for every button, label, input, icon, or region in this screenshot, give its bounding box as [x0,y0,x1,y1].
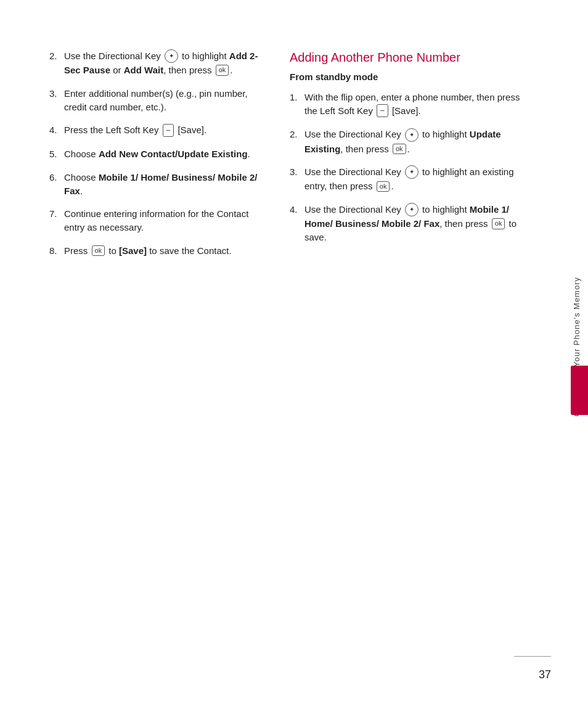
section-title: Adding Another Phone Number [290,49,530,65]
dir-icon: ✦ [165,49,178,63]
dir-icon: ✦ [405,203,419,216]
list-number: 1. [290,91,304,104]
left-column: 2. Use the Directional Key ✦ to highligh… [49,49,290,669]
list-content: Choose Add New Contact/Update Existing. [64,147,250,161]
softkey-icon: – [377,104,388,117]
list-content: Choose Mobile 1/ Home/ Business/ Mobile … [64,171,271,198]
list-number: 2. [290,128,304,141]
list-item: 4. Press the Left Soft Key – [Save]. [49,123,271,138]
list-content: Use the Directional Key ✦ to highlight U… [304,128,530,155]
list-content: Enter additional number(s) (e.g., pin nu… [64,87,271,114]
list-number: 4. [49,123,64,137]
dir-icon: ✦ [405,128,419,142]
list-item: 3. Use the Directional Key ✦ to highligh… [290,165,530,193]
page-number: 37 [539,668,551,681]
list-number: 2. [49,49,64,63]
ok-icon: ok [216,65,229,75]
list-item: 1. With the flip open, enter a phone num… [290,91,530,118]
list-item: 7. Continue entering information for the… [49,207,271,234]
list-item: 6. Choose Mobile 1/ Home/ Business/ Mobi… [49,171,271,198]
list-number: 7. [49,207,64,221]
page-divider [514,656,551,657]
list-content: Press ok to [Save] to save the Contact. [64,244,232,258]
sidebar-tab-bar [571,366,588,415]
subsection-title: From standby mode [290,72,530,82]
list-content: With the flip open, enter a phone number… [304,91,530,118]
ok-icon: ok [393,144,406,154]
page-container: 2. Use the Directional Key ✦ to highligh… [0,0,588,706]
right-items: 1. With the flip open, enter a phone num… [290,91,530,244]
sidebar-tab: Contacts in Your Phone's Memory [565,0,588,706]
list-item: 4. Use the Directional Key ✦ to highligh… [290,203,530,244]
ok-icon: ok [92,245,105,256]
ok-icon: ok [492,218,505,229]
ok-icon: ok [377,181,390,192]
list-item: 8. Press ok to [Save] to save the Contac… [49,244,271,258]
list-number: 3. [49,87,64,101]
list-number: 6. [49,171,64,184]
softkey-icon: – [163,124,174,137]
list-item: 5. Choose Add New Contact/Update Existin… [49,147,271,161]
list-number: 8. [49,244,64,258]
list-content: Continue entering information for the Co… [64,207,271,234]
list-number: 4. [290,203,304,216]
left-items: 2. Use the Directional Key ✦ to highligh… [49,49,271,258]
list-item: 3. Enter additional number(s) (e.g., pin… [49,87,271,114]
list-number: 5. [49,147,64,161]
list-item: 2. Use the Directional Key ✦ to highligh… [290,128,530,155]
list-content: Use the Directional Key ✦ to highlight a… [304,165,530,193]
right-column: Adding Another Phone Number From standby… [290,49,530,669]
list-item: 2. Use the Directional Key ✦ to highligh… [49,49,271,77]
dir-icon: ✦ [405,165,419,179]
list-content: Press the Left Soft Key – [Save]. [64,123,206,138]
list-number: 3. [290,165,304,179]
list-content: Use the Directional Key ✦ to highlight A… [64,49,271,77]
list-content: Use the Directional Key ✦ to highlight M… [304,203,530,244]
